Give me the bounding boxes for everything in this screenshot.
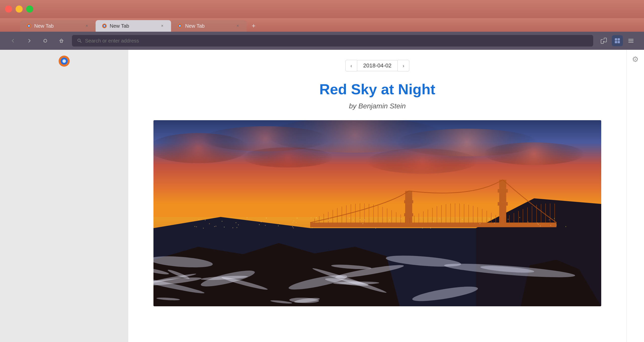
- main-content: ‹ 2018-04-02 › Red Sky at Night by Benja…: [128, 50, 626, 342]
- search-icon: [77, 38, 82, 43]
- tab-3-label: New Tab: [185, 23, 232, 29]
- date-nav: ‹ 2018-04-02 ›: [153, 60, 601, 71]
- content-area: ‹ 2018-04-02 › Red Sky at Night by Benja…: [0, 50, 644, 342]
- tab-2-favicon: [102, 23, 107, 29]
- forward-button[interactable]: [24, 35, 35, 46]
- svg-point-8: [179, 25, 181, 27]
- svg-rect-15: [603, 39, 605, 41]
- svg-point-25: [62, 59, 66, 63]
- tab-1-close[interactable]: ×: [84, 23, 90, 29]
- svg-rect-9: [60, 41, 62, 42]
- home-button[interactable]: [56, 35, 67, 46]
- reload-button[interactable]: [40, 35, 51, 46]
- left-sidebar: [0, 50, 128, 342]
- article-container: ‹ 2018-04-02 › Red Sky at Night by Benja…: [138, 50, 616, 326]
- extensions-button[interactable]: [598, 35, 609, 46]
- svg-line-11: [80, 41, 81, 42]
- address-bar[interactable]: [72, 35, 593, 47]
- hero-canvas: [153, 120, 601, 306]
- prev-date-button[interactable]: ‹: [345, 60, 357, 71]
- title-bar: [0, 0, 644, 18]
- svg-point-2: [28, 25, 30, 27]
- window-controls: [5, 6, 33, 13]
- tab-3-close[interactable]: ×: [235, 23, 240, 29]
- article-title: Red Sky at Night: [153, 80, 601, 98]
- svg-rect-18: [615, 41, 617, 43]
- next-date-button[interactable]: ›: [398, 60, 409, 71]
- tabs-bar: New Tab × New Tab × New Tab × +: [0, 18, 644, 32]
- tab-3-favicon: [177, 23, 183, 29]
- back-button[interactable]: [8, 35, 19, 46]
- tab-1-favicon: [26, 23, 32, 29]
- address-input[interactable]: [85, 38, 588, 44]
- new-tab-button[interactable]: +: [249, 21, 259, 31]
- minimize-button[interactable]: [16, 6, 23, 13]
- hero-image: [153, 120, 601, 306]
- settings-gear-icon[interactable]: ⚙: [632, 55, 639, 64]
- maximize-button[interactable]: [26, 6, 33, 13]
- browser-window: New Tab × New Tab × New Tab × +: [0, 0, 644, 342]
- tab-1[interactable]: New Tab ×: [20, 20, 96, 32]
- date-display: 2018-04-02: [357, 60, 398, 71]
- svg-rect-16: [615, 38, 617, 40]
- nav-bar: [0, 32, 644, 50]
- close-button[interactable]: [5, 6, 12, 13]
- tab-2-close[interactable]: ×: [159, 23, 165, 29]
- tab-2[interactable]: New Tab ×: [96, 20, 171, 32]
- extensions-active-button[interactable]: [612, 35, 623, 46]
- svg-rect-17: [618, 38, 620, 40]
- settings-panel: ⚙: [626, 50, 644, 342]
- nav-actions: [598, 35, 636, 46]
- svg-point-5: [104, 25, 105, 27]
- more-options-button[interactable]: [625, 35, 636, 46]
- svg-rect-19: [618, 41, 620, 43]
- tab-3[interactable]: New Tab ×: [171, 20, 247, 32]
- tab-2-label: New Tab: [110, 23, 157, 29]
- tab-1-label: New Tab: [34, 23, 82, 29]
- firefox-logo: [58, 55, 70, 67]
- article-author: by Benjamin Stein: [153, 102, 601, 110]
